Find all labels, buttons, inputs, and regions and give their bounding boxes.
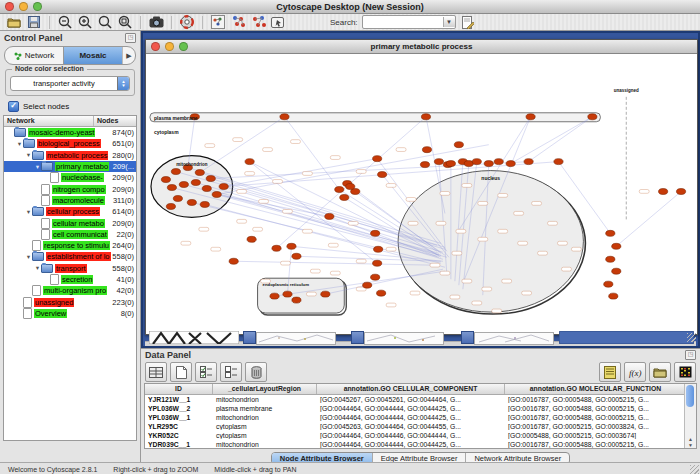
node xyxy=(206,176,215,182)
help-icon[interactable] xyxy=(179,15,195,30)
table-column-header[interactable]: annotation.GO MOLECULAR_FUNCTION xyxy=(505,384,687,394)
network-view-frame[interactable]: primary metabolic process plasma membran… xyxy=(145,39,698,335)
node-label xyxy=(328,243,338,247)
background-frame-thumbnail[interactable] xyxy=(559,331,694,344)
node xyxy=(524,159,533,165)
node xyxy=(335,187,344,193)
tree-row-biological-process[interactable]: ▼biological_process651(0) xyxy=(4,138,136,149)
save-icon[interactable] xyxy=(26,15,42,30)
window-resize-grip[interactable] xyxy=(690,465,699,474)
disclosure-triangle-icon[interactable]: ▼ xyxy=(16,141,23,147)
zoom-fit-icon[interactable] xyxy=(97,15,113,30)
zoom-selected-icon[interactable] xyxy=(117,15,133,30)
node-label xyxy=(330,271,340,275)
import-attributes-icon[interactable] xyxy=(649,362,671,382)
search-dropdown-arrow-icon[interactable]: ▼ xyxy=(443,17,455,27)
background-frame-thumbnail[interactable] xyxy=(461,331,553,344)
function-builder-icon[interactable]: f(x) xyxy=(624,362,646,382)
table-row[interactable]: YLR295Ccytoplasm[GO:0045263, GO:0044464,… xyxy=(145,422,696,431)
tree-row-transport[interactable]: ▼transport558(0) xyxy=(4,263,136,274)
tree-row-label: multi-organism pro xyxy=(43,286,107,295)
attribute-table-icon[interactable] xyxy=(145,362,167,382)
table-row[interactable]: YKR052Ccytoplasm[GO:0044464, GO:0044446,… xyxy=(145,431,696,440)
tree-column-network[interactable]: Network xyxy=(4,116,94,126)
select-attributes-icon[interactable] xyxy=(195,362,217,382)
network-graph[interactable]: plasma membranecytoplasmmitochondrionnuc… xyxy=(146,54,695,333)
tree-row-establishment-of-lo[interactable]: ▼establishment of lo558(0) xyxy=(4,251,136,262)
table-column-header[interactable]: ID xyxy=(145,384,213,394)
open-icon[interactable] xyxy=(6,15,22,30)
snapshot-icon[interactable] xyxy=(148,15,164,30)
scrollbar-arrows-icon[interactable]: ▲▼ xyxy=(685,436,696,448)
disclosure-triangle-icon[interactable]: ▼ xyxy=(25,152,32,158)
table-column-header[interactable]: _cellularLayoutRegion xyxy=(213,384,317,394)
tab-mosaic[interactable]: Mosaic xyxy=(63,47,122,64)
status-pan-hint: Middle-click + drag to PAN xyxy=(214,466,296,473)
tree-row-label: primary metabo xyxy=(55,162,109,171)
float-data-panel-icon[interactable]: ◳ xyxy=(685,350,696,360)
tree-row-nitrogen-compo[interactable]: nitrogen compo209(0) xyxy=(4,183,136,194)
table-row[interactable]: YPL036W__2plasma membrane[GO:0044464, GO… xyxy=(145,404,696,413)
network-tree-header: Network Nodes xyxy=(4,116,136,127)
disclosure-triangle-icon[interactable]: ▼ xyxy=(25,209,32,215)
tree-row-response-to-stimulu[interactable]: response to stimulu264(0) xyxy=(4,240,136,251)
disclosure-triangle-icon[interactable]: ▼ xyxy=(34,265,41,271)
background-frame-thumbnail[interactable] xyxy=(149,331,239,344)
tree-row-metabolic-process[interactable]: ▼metabolic process280(0) xyxy=(4,150,136,161)
network-canvas[interactable]: plasma membranecytoplasmmitochondrionnuc… xyxy=(146,54,695,333)
create-network-view-icon[interactable] xyxy=(210,15,226,30)
annotation-icon[interactable] xyxy=(460,15,476,30)
tree-row-label: biological_process xyxy=(37,139,101,148)
table-row[interactable]: YDR039C__1mitochondrion[GO:0044464, GO:0… xyxy=(145,440,696,449)
annotation-notes-icon[interactable] xyxy=(599,362,621,382)
node-label xyxy=(538,251,548,255)
tree-row-multi-organism-pro[interactable]: multi-organism pro42(0) xyxy=(4,285,136,296)
search-field[interactable] xyxy=(363,16,443,28)
tab-network[interactable]: Network xyxy=(5,47,63,64)
tree-row-cellular-process[interactable]: ▼cellular process614(0) xyxy=(4,206,136,217)
apply-preferred-layout-icon[interactable] xyxy=(230,15,246,30)
tree-column-nodes[interactable]: Nodes xyxy=(94,116,136,126)
delete-attribute-icon[interactable] xyxy=(245,362,267,382)
tree-row-secretion[interactable]: secretion41(0) xyxy=(4,274,136,285)
tree-row-unassigned[interactable]: unassigned223(0) xyxy=(4,296,136,307)
table-cell: cytoplasm xyxy=(213,432,317,439)
float-panel-icon[interactable]: ◳ xyxy=(125,33,136,43)
node xyxy=(609,293,618,299)
destroy-network-view-icon[interactable] xyxy=(250,15,266,30)
table-row[interactable]: YPL036W__1mitochondrion[GO:0044464, GO:0… xyxy=(145,413,696,422)
table-row[interactable]: YJR121W__1mitochondrion[GO:0045267, GO:0… xyxy=(145,395,696,404)
tree-row-cellular-metabo[interactable]: cellular metabo209(0) xyxy=(4,217,136,228)
table-cell: YDR039C__1 xyxy=(145,441,213,448)
node-label xyxy=(561,267,571,271)
zoom-out-icon[interactable] xyxy=(57,15,73,30)
tree-row-mosaic-demo-yeast[interactable]: mosaic-demo-yeast874(0) xyxy=(4,127,136,138)
select-mode-icon[interactable] xyxy=(270,15,286,30)
attribute-matrix-icon[interactable] xyxy=(674,362,696,382)
background-frame-thumbnail[interactable] xyxy=(351,331,443,344)
tree-row-nucleobase-[interactable]: nucleobase-209(0) xyxy=(4,172,136,183)
search-input[interactable]: ▼ xyxy=(362,15,456,29)
edge xyxy=(511,117,593,164)
tree-row-cell-communicat[interactable]: cell communicat22(0) xyxy=(4,229,136,240)
table-scrollbar[interactable]: ▲▼ xyxy=(684,384,696,448)
window-titlebar[interactable]: Cytoscape Desktop (New Session) xyxy=(0,0,700,14)
unselect-attributes-icon[interactable] xyxy=(220,362,242,382)
new-attribute-icon[interactable] xyxy=(170,362,192,382)
tree-row-primary-metabo[interactable]: ▼primary metabo209(... xyxy=(4,161,136,172)
background-frame-thumbnail[interactable] xyxy=(243,331,335,344)
disclosure-triangle-icon[interactable]: ▼ xyxy=(34,164,41,170)
frame-resize-grip[interactable] xyxy=(687,333,696,342)
disclosure-triangle-icon[interactable]: ▼ xyxy=(25,254,32,260)
tree-row-overview[interactable]: Overview8(0) xyxy=(4,308,136,319)
scrollbar-thumb[interactable] xyxy=(686,385,694,407)
tab-overflow-arrow-icon[interactable]: ▶ xyxy=(122,47,135,64)
node-color-dropdown[interactable]: transporter activity ▲▼ xyxy=(10,76,130,91)
network-view-titlebar[interactable]: primary metabolic process xyxy=(146,40,697,54)
node xyxy=(373,156,382,162)
tree-row-macromolecule[interactable]: macromolecule311(0) xyxy=(4,195,136,206)
table-column-header[interactable]: annotation.GO CELLULAR_COMPONENT xyxy=(317,384,505,394)
leaf-icon xyxy=(50,274,59,285)
zoom-in-icon[interactable] xyxy=(77,15,93,30)
select-nodes-checkbox[interactable]: ✓ xyxy=(8,101,19,112)
